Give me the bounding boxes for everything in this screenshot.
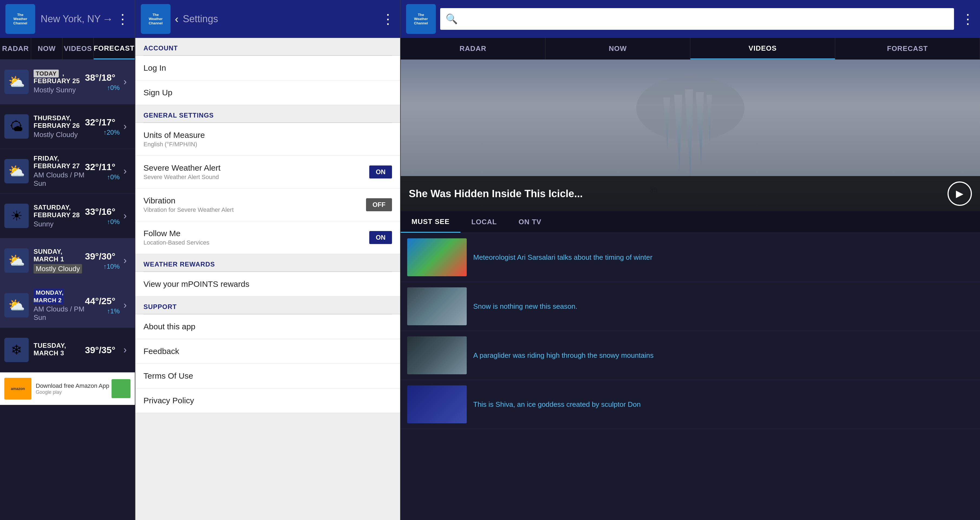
units-item[interactable]: Units of Measure English (°F/MPH/IN) <box>135 123 400 156</box>
forecast-info-mon: MONDAY, MARCH 2 AM Clouds / PM Sun <box>33 289 85 322</box>
forecast-icon-sun: ⛅ <box>4 248 29 273</box>
settings-menu-icon[interactable]: ⋮ <box>381 11 395 27</box>
weather-logo[interactable]: TheWeatherChannel <box>5 4 35 34</box>
follow-me-item[interactable]: Follow Me Location-Based Services ON <box>135 221 400 254</box>
forecast-icon-mon: ⛅ <box>4 293 29 317</box>
login-item[interactable]: Log In <box>135 56 400 80</box>
forecast-arrow-sat: › <box>120 210 130 222</box>
forecast-temps-thu: 32°/17° <box>85 117 115 128</box>
forecast-row-tue[interactable]: ❄ TUESDAY, MARCH 3 39°/35° › <box>0 328 135 372</box>
search-bar[interactable]: 🔍 <box>440 8 954 30</box>
tab-radar[interactable]: RADAR <box>0 38 31 59</box>
forecast-arrow-thu: › <box>120 121 130 132</box>
tab-forecast[interactable]: FORECAST <box>94 38 135 59</box>
terms-item[interactable]: Terms Of Use <box>135 364 400 388</box>
forecast-date-today: TODAY , FEBRUARY 25 <box>33 70 85 85</box>
settings-panel: TheWeatherChannel ‹ Settings ⋮ ACCOUNT L… <box>135 0 401 520</box>
on-tv-tab[interactable]: ON TV <box>508 211 552 233</box>
support-section-header: SUPPORT <box>135 297 400 314</box>
severe-alert-item[interactable]: Severe Weather Alert Severe Weather Aler… <box>135 156 400 188</box>
follow-me-left: Follow Me Location-Based Services <box>143 229 369 246</box>
forecast-right-today: 38°/18° ↑0% <box>85 72 120 91</box>
play-button[interactable]: ▶ <box>948 182 972 206</box>
general-section-header: GENERAL SETTINGS <box>135 105 400 123</box>
forecast-icon-tue: ❄ <box>4 338 29 362</box>
forecast-precip-sat: ↑0% <box>107 218 120 226</box>
video-item-4[interactable]: This is Shiva, an ice goddess created by… <box>401 380 980 429</box>
video-text-4: This is Shiva, an ice goddess created by… <box>473 399 974 409</box>
privacy-label: Privacy Policy <box>143 396 194 405</box>
video-item-1[interactable]: Meteorologist Ari Sarsalari talks about … <box>401 233 980 282</box>
forecast-icon-sat: ☀ <box>4 204 29 228</box>
forecast-arrow-today: › <box>120 76 130 88</box>
vibration-sub: Vibration for Severe Weather Alert <box>143 206 366 214</box>
forecast-date-fri: FRIDAY, FEBRUARY 27 <box>33 155 85 170</box>
severe-alert-sub: Severe Weather Alert Sound <box>143 174 369 181</box>
severe-alert-left: Severe Weather Alert Severe Weather Aler… <box>143 163 369 181</box>
forecast-panel: TheWeatherChannel New York, NY → ⋮ RADAR… <box>0 0 135 520</box>
tab-now[interactable]: NOW <box>31 38 62 59</box>
units-item-left: Units of Measure English (°F/MPH/IN) <box>143 131 392 148</box>
forecast-info-sat: SATURDAY, FEBRUARY 28 Sunny <box>33 204 85 228</box>
mpoints-item[interactable]: View your mPOINTS rewards <box>135 272 400 297</box>
forecast-row-fri[interactable]: ⛅ FRIDAY, FEBRUARY 27 AM Clouds / PM Sun… <box>0 149 135 194</box>
follow-me-sub: Location-Based Services <box>143 239 369 246</box>
videos-header: TheWeatherChannel 🔍 ⋮ <box>401 0 980 38</box>
forecast-row-sun[interactable]: ⛅ SUNDAY, MARCH 1 Mostly Cloudy 39°/30° … <box>0 238 135 283</box>
forecast-condition-today: Mostly Sunny <box>33 86 85 94</box>
signup-item[interactable]: Sign Up <box>135 80 400 105</box>
units-sub: English (°F/MPH/IN) <box>143 141 392 148</box>
forecast-arrow-fri: › <box>120 166 130 177</box>
local-tab[interactable]: LOCAL <box>460 211 508 233</box>
forecast-icon-today: ⛅ <box>4 70 29 94</box>
menu-icon[interactable]: ⋮ <box>116 11 129 27</box>
forecast-row-sat[interactable]: ☀ SATURDAY, FEBRUARY 28 Sunny 33°/16° ↑0… <box>0 194 135 238</box>
videos-nav: RADAR NOW VIDEOS FORECAST <box>401 38 980 60</box>
account-section-header: ACCOUNT <box>135 38 400 56</box>
vibration-toggle[interactable]: OFF <box>366 198 392 211</box>
severe-alert-toggle[interactable]: ON <box>369 166 392 179</box>
forecast-temps-fri: 32°/11° <box>85 162 115 172</box>
forecast-info-sun: SUNDAY, MARCH 1 Mostly Cloudy <box>33 248 85 274</box>
forecast-condition-fri: AM Clouds / PM Sun <box>33 171 85 188</box>
videos-tab-radar[interactable]: RADAR <box>401 38 546 59</box>
videos-tab-videos[interactable]: VIDEOS <box>690 38 835 59</box>
main-video-player[interactable]: 35 She Was Hidden Inside This Icicle... … <box>401 60 980 211</box>
follow-me-toggle[interactable]: ON <box>369 231 392 244</box>
forecast-condition-sun: Mostly Cloudy <box>33 264 82 274</box>
forecast-temps-mon: 44°/25° <box>85 296 115 306</box>
forecast-row-mon[interactable]: ⛅ MONDAY, MARCH 2 AM Clouds / PM Sun 44°… <box>0 283 135 328</box>
feedback-label: Feedback <box>143 347 179 356</box>
back-button[interactable]: ‹ <box>175 13 178 25</box>
must-see-tab[interactable]: MUST SEE <box>401 211 460 233</box>
amazon-sub-text: Google play <box>36 389 109 395</box>
forecast-row-today[interactable]: ⛅ TODAY , FEBRUARY 25 Mostly Sunny 38°/1… <box>0 60 135 104</box>
forecast-temps-sun: 39°/30° <box>85 251 115 262</box>
video-title-bar: She Was Hidden Inside This Icicle... ▶ <box>401 176 980 211</box>
forecast-condition-mon: AM Clouds / PM Sun <box>33 305 85 322</box>
videos-panel: TheWeatherChannel 🔍 ⋮ RADAR NOW VIDEOS F… <box>401 0 980 520</box>
videos-menu-icon[interactable]: ⋮ <box>961 11 975 27</box>
forecast-row-thu[interactable]: 🌤 THURSDAY, FEBRUARY 26 Mostly Cloudy 32… <box>0 104 135 149</box>
amazon-ad[interactable]: amazon Download free Amazon App Google p… <box>0 372 135 405</box>
videos-tab-forecast[interactable]: FORECAST <box>835 38 980 59</box>
feedback-item[interactable]: Feedback <box>135 339 400 364</box>
privacy-item[interactable]: Privacy Policy <box>135 388 400 413</box>
video-text-1: Meteorologist Ari Sarsalari talks about … <box>473 252 974 262</box>
units-label: Units of Measure <box>143 131 392 140</box>
videos-tab-now[interactable]: NOW <box>546 38 690 59</box>
forecast-date-thu: THURSDAY, FEBRUARY 26 <box>33 114 85 129</box>
signup-label: Sign Up <box>143 88 172 97</box>
location-text: New York, NY <box>41 13 102 25</box>
mpoints-label: View your mPOINTS rewards <box>143 279 249 289</box>
amazon-ad-text: Download free Amazon App Google play <box>36 383 109 395</box>
video-item-2[interactable]: Snow is nothing new this season. <box>401 282 980 331</box>
video-item-3[interactable]: A paraglider was riding high through the… <box>401 331 980 380</box>
videos-logo[interactable]: TheWeatherChannel <box>406 4 436 34</box>
vibration-item[interactable]: Vibration Vibration for Severe Weather A… <box>135 188 400 221</box>
tab-videos[interactable]: VIDEOS <box>62 38 94 59</box>
video-list-tabs: MUST SEE LOCAL ON TV <box>401 211 980 233</box>
forecast-temps-sat: 33°/16° <box>85 206 115 217</box>
settings-logo[interactable]: TheWeatherChannel <box>141 4 170 34</box>
about-item[interactable]: About this app <box>135 314 400 339</box>
